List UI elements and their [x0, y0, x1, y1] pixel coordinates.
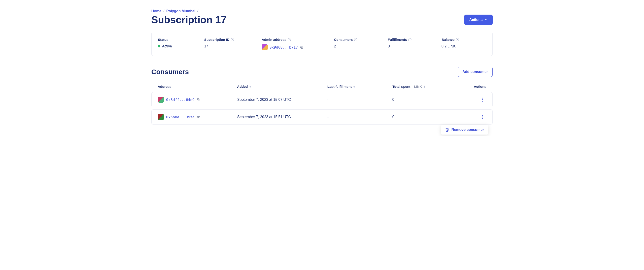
admin-address-link[interactable]: 0x9d08...b717	[270, 45, 298, 50]
svg-point-4	[482, 98, 483, 98]
avatar	[262, 44, 268, 50]
consumers-count-label: Consumers	[334, 38, 353, 42]
subscription-id-value: 17	[204, 44, 252, 48]
add-consumer-button[interactable]: Add consumer	[458, 67, 493, 77]
info-icon[interactable]: i	[231, 38, 234, 41]
fulfillments-label: Fulfillments	[388, 38, 407, 42]
cell-added: September 7, 2023 at 15:07 UTC	[237, 98, 328, 102]
table-row: 0x8dff...64d9 September 7, 2023 at 15:07…	[151, 92, 493, 107]
trash-icon	[445, 128, 449, 132]
sort-icon: ▲▼	[353, 85, 355, 88]
info-icon[interactable]: i	[288, 38, 291, 41]
status-dot-icon	[158, 45, 160, 47]
cell-added: September 7, 2023 at 15:51 UTC	[237, 115, 328, 119]
cell-total-spent: 0	[392, 98, 450, 102]
avatar	[158, 114, 164, 120]
consumer-address-link[interactable]: 0x5abe...39fa	[166, 115, 194, 119]
kebab-icon	[482, 115, 483, 119]
balance-label: Balance	[442, 38, 455, 42]
svg-point-6	[482, 101, 483, 102]
svg-point-5	[482, 99, 483, 100]
column-last-fulfillment[interactable]: Last fulfillment ▲▼	[328, 85, 392, 88]
remove-consumer-menu-item[interactable]: Remove consumer	[441, 125, 488, 134]
fulfillments-value: 0	[388, 44, 432, 48]
row-actions-menu[interactable]	[480, 96, 486, 103]
chevron-down-icon	[484, 18, 488, 22]
breadcrumb-network[interactable]: Polygon Mumbai	[166, 9, 196, 13]
kebab-icon	[482, 98, 483, 102]
balance-value: 0.2 LINK	[442, 44, 486, 48]
stats-card: Status Active Subscription ID i 17 Admin…	[151, 32, 493, 56]
status-value: Active	[162, 44, 172, 48]
cell-last-fulfillment: -	[328, 115, 392, 119]
copy-icon[interactable]	[300, 45, 303, 49]
svg-point-10	[482, 116, 483, 117]
sort-icon: ▲▼	[249, 85, 251, 88]
breadcrumb: Home / Polygon Mumbai /	[151, 9, 493, 13]
copy-icon[interactable]	[197, 98, 200, 101]
consumers-count-value: 2	[334, 44, 379, 48]
column-address: Address	[158, 85, 237, 88]
info-icon[interactable]: i	[354, 38, 357, 41]
cell-last-fulfillment: -	[328, 98, 392, 102]
consumers-section-title: Consumers	[151, 68, 189, 76]
actions-button-label: Actions	[469, 18, 483, 22]
subscription-id-label: Subscription ID	[204, 38, 230, 42]
page-title: Subscription 17	[151, 14, 226, 26]
column-total-spent[interactable]: Total spent LINK ▲▼	[392, 85, 450, 88]
breadcrumb-separator: /	[164, 9, 164, 13]
copy-icon[interactable]	[197, 115, 200, 119]
info-icon[interactable]: i	[408, 38, 412, 41]
admin-address-label: Admin address	[262, 38, 286, 42]
consumer-address-link[interactable]: 0x8dff...64d9	[166, 98, 194, 102]
status-label: Status	[158, 38, 195, 42]
actions-button[interactable]: Actions	[464, 15, 493, 25]
column-actions: Actions	[450, 85, 486, 88]
sort-icon: ▲▼	[423, 85, 425, 88]
breadcrumb-home[interactable]: Home	[151, 9, 161, 13]
remove-consumer-label: Remove consumer	[452, 128, 484, 132]
svg-point-11	[482, 118, 483, 119]
table-header: Address Added ▲▼ Last fulfillment ▲▼ Tot…	[151, 81, 493, 92]
breadcrumb-separator: /	[197, 9, 198, 13]
row-actions-menu[interactable]	[480, 114, 486, 120]
column-added[interactable]: Added ▲▼	[237, 85, 328, 88]
cell-total-spent: 0	[392, 115, 450, 119]
info-icon[interactable]: i	[456, 38, 459, 41]
svg-point-9	[482, 115, 483, 116]
table-row: 0x5abe...39fa September 7, 2023 at 15:51…	[151, 109, 493, 124]
avatar	[158, 97, 164, 103]
